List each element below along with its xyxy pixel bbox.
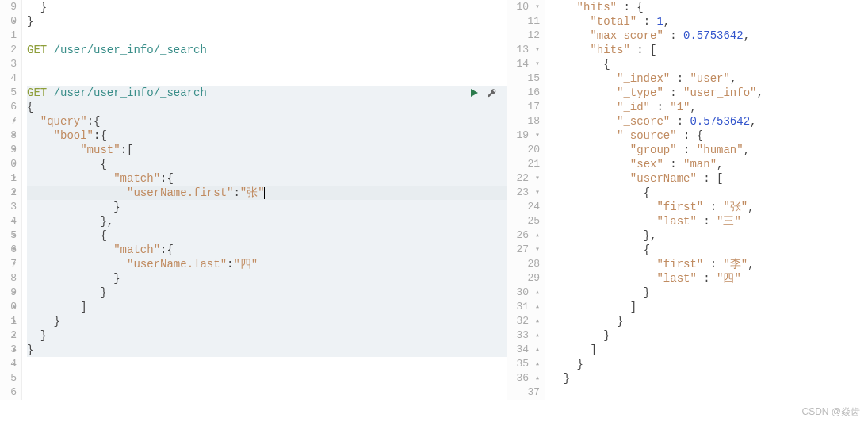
response-code-line: "hits" : [ (550, 43, 868, 57)
fold-toggle-icon[interactable]: ▴ (535, 374, 540, 382)
response-line-number: 21 (507, 157, 540, 171)
response-code-line: } (550, 328, 868, 343)
request-code-line[interactable]: } (27, 286, 507, 300)
response-line-number: 20 (507, 143, 540, 157)
request-code-line[interactable]: "query":{ (27, 114, 507, 129)
response-line-number: 10 ▾ (507, 0, 540, 14)
play-icon[interactable] (469, 88, 479, 98)
request-line-number: 5 (0, 86, 17, 100)
response-code: "hits" : { "total" : 1, "max_score" : 0.… (545, 0, 868, 400)
response-code-line: "_id" : "1", (550, 100, 868, 114)
response-code-line: "first" : "张", (550, 200, 868, 214)
request-code-line[interactable]: GET /user/user_info/_search (27, 43, 507, 57)
response-code-line: "group" : "human", (550, 143, 868, 157)
request-code-line[interactable]: }, (27, 214, 507, 228)
request-line-number: 7 (0, 257, 17, 271)
request-line-number: 4 ▴ (0, 214, 17, 228)
fold-toggle-icon[interactable]: ▴ (535, 359, 540, 368)
response-code-line: }, (550, 228, 868, 243)
request-line-number: 9 ▴ (0, 0, 17, 14)
response-line-number: 11 (507, 14, 540, 29)
request-editor-pane: 9 ▴0123456 ▾7 ▾8 ▾9 ▾0 ▾1 ▾23 ▴4 ▴5 ▾6 ▾… (0, 0, 507, 422)
fold-toggle-icon[interactable]: ▴ (535, 316, 540, 325)
request-line-number: 4 (0, 357, 17, 371)
text-cursor (264, 187, 265, 199)
response-pane: ⋮ 10 ▾111213 ▾14 ▾1516171819 ▾202122 ▾23… (507, 0, 868, 422)
response-code-line: } (550, 357, 868, 371)
response-code-line: "first" : "李", (550, 257, 868, 271)
request-code-line[interactable]: } (27, 14, 507, 29)
request-code-line[interactable]: } (27, 271, 507, 286)
fold-toggle-icon[interactable]: ▴ (535, 345, 540, 354)
fold-toggle-icon[interactable]: ▾ (535, 131, 540, 140)
fold-toggle-icon[interactable]: ▾ (535, 2, 540, 11)
request-line-number: 0 (0, 14, 17, 29)
response-code-line: "max_score" : 0.5753642, (550, 29, 868, 43)
fold-toggle-icon[interactable]: ▾ (535, 45, 540, 54)
fold-toggle-icon[interactable]: ▴ (535, 331, 540, 340)
request-code[interactable]: }}GET /user/user_info/_searchGET /user/u… (22, 0, 507, 400)
fold-toggle-icon[interactable]: ▴ (535, 302, 540, 311)
response-code-line: { (550, 57, 868, 71)
response-line-number: 23 ▾ (507, 186, 540, 200)
request-line-number: 0 ▾ (0, 157, 17, 171)
request-code-line[interactable]: } (27, 0, 507, 14)
request-line-number: 9 ▴ (0, 286, 17, 300)
response-code-line: "total" : 1, (550, 14, 868, 29)
request-code-line[interactable]: } (27, 328, 507, 343)
fold-toggle-icon[interactable]: ▴ (535, 288, 540, 297)
response-line-number: 35 ▴ (507, 357, 540, 371)
request-code-line[interactable]: "must":[ (27, 143, 507, 157)
request-line-number: 7 ▾ (0, 114, 17, 129)
response-code-line: "sex" : "man", (550, 157, 868, 171)
fold-toggle-icon[interactable]: ▾ (535, 188, 540, 197)
request-line-number: 5 ▾ (0, 228, 17, 243)
request-code-line[interactable]: "userName.last":"四" (27, 257, 507, 271)
response-code-line: } (550, 371, 868, 386)
response-line-number: 28 (507, 257, 540, 271)
response-line-number: 30 ▴ (507, 286, 540, 300)
response-line-number: 19 ▾ (507, 129, 540, 143)
fold-toggle-icon[interactable]: ▾ (535, 245, 540, 254)
response-code-line: } (550, 286, 868, 300)
response-gutter: 10 ▾111213 ▾14 ▾1516171819 ▾202122 ▾23 ▾… (507, 0, 545, 400)
response-code-line: ] (550, 343, 868, 357)
request-code-line[interactable]: } (27, 343, 507, 357)
response-line-number: 25 (507, 214, 540, 228)
wrench-icon[interactable] (487, 88, 497, 98)
request-code-line[interactable] (27, 371, 507, 386)
request-code-line[interactable] (27, 57, 507, 71)
request-code-line[interactable] (27, 29, 507, 43)
request-code-line[interactable]: { (27, 228, 507, 243)
request-code-line[interactable]: ] (27, 300, 507, 314)
request-code-line[interactable]: "match":{ (27, 171, 507, 186)
request-code-line[interactable]: "userName.first":"张" (27, 186, 507, 200)
request-code-line[interactable]: } (27, 314, 507, 328)
request-code-line[interactable]: "match":{ (27, 243, 507, 257)
request-code-line[interactable] (27, 71, 507, 86)
response-code-line: "last" : "三" (550, 214, 868, 228)
response-line-number: 32 ▴ (507, 314, 540, 328)
request-code-line[interactable] (27, 386, 507, 400)
response-line-number: 14 ▾ (507, 57, 540, 71)
request-code-line[interactable]: "bool":{ (27, 129, 507, 143)
response-code-line (550, 386, 868, 400)
response-line-number: 22 ▾ (507, 171, 540, 186)
response-code-line: { (550, 186, 868, 200)
fold-toggle-icon[interactable]: ▾ (535, 174, 540, 182)
request-line-number: 2 (0, 186, 17, 200)
request-line-number: 1 ▴ (0, 314, 17, 328)
request-code-line[interactable] (27, 357, 507, 371)
fold-toggle-icon[interactable]: ▴ (535, 231, 540, 240)
request-code-line[interactable]: { (27, 100, 507, 114)
response-code-line: "_type" : "user_info", (550, 86, 868, 100)
request-code-line[interactable]: { (27, 157, 507, 171)
request-line-number: 8 ▴ (0, 271, 17, 286)
request-code-line[interactable]: GET /user/user_info/_search (27, 86, 507, 100)
response-line-number: 15 (507, 71, 540, 86)
request-line-number: 2 ▴ (0, 328, 17, 343)
request-code-line[interactable]: } (27, 200, 507, 214)
response-line-number: 13 ▾ (507, 43, 540, 57)
response-line-number: 33 ▴ (507, 328, 540, 343)
fold-toggle-icon[interactable]: ▾ (535, 59, 540, 68)
